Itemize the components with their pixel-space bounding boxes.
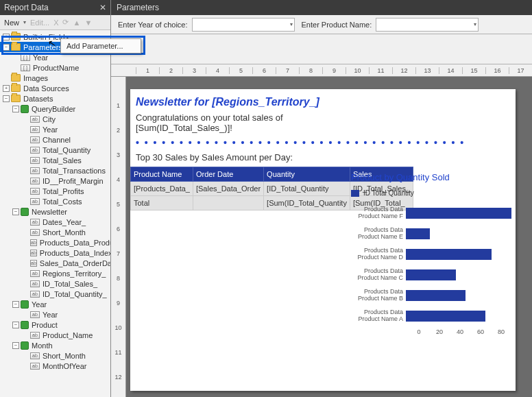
param-label-year: Enter Year of choice: bbox=[118, 21, 188, 29]
tree-datasets[interactable]: −Datasets bbox=[0, 93, 110, 104]
congrats-line2[interactable]: [Sum(ID_Total_Sales_)]! bbox=[136, 123, 510, 133]
report-table-region[interactable]: Product Name Order Date Quantity Sales [… bbox=[130, 167, 343, 335]
tree-label: ID_Total_Quantity_ bbox=[43, 290, 107, 298]
tree-label: Year bbox=[43, 311, 58, 319]
tree-field[interactable]: abID_Total_Sales_ bbox=[0, 278, 110, 289]
parameters-header: Parameters bbox=[111, 0, 532, 15]
tree-field[interactable]: abTotal_Quantity bbox=[0, 145, 110, 155]
tree-label: Products_Data_ProductName_ bbox=[40, 239, 110, 247]
cell[interactable]: [Products_Data_ bbox=[131, 182, 193, 196]
chart-bar-row: Products Data Product Name C bbox=[351, 267, 511, 283]
tree-field[interactable]: abTotal_Profits bbox=[0, 186, 110, 196]
report-chart-region[interactable]: Product by Quantity Sold ID Total Quanti… bbox=[351, 167, 518, 335]
tree-label: QueryBuilder bbox=[32, 105, 75, 113]
tree-label: Dates_Year_ bbox=[43, 218, 86, 226]
chart-bar-row: Products Data Product Name E bbox=[351, 226, 511, 242]
report-data-toolbar: New ▾ Edit... X ⟳ ▲ ▼ bbox=[0, 15, 110, 30]
tree-field[interactable]: abProducts_Data_Index_ bbox=[0, 248, 110, 258]
menu-add-parameter[interactable]: Add Parameter... bbox=[61, 39, 141, 53]
tree-label: Newsletter bbox=[32, 208, 67, 216]
tree-label: MonthOfYear bbox=[43, 362, 86, 370]
tree-label: ID_Total_Sales_ bbox=[43, 280, 97, 288]
chevron-down-icon: ▾ bbox=[474, 21, 476, 27]
cell[interactable]: [ID_Total_Quantity bbox=[264, 182, 350, 196]
parameters-title: Parameters bbox=[117, 3, 159, 12]
tree-label: Product_Name bbox=[43, 331, 93, 339]
report-data-title: Report Data bbox=[4, 3, 49, 12]
tree-label: Sales_Data_OrderDate_ bbox=[40, 259, 110, 267]
tree-label: Total_Profits bbox=[43, 187, 84, 195]
chart-bar-label: Products Data Product Name E bbox=[351, 227, 406, 241]
chart-title: Product by Quantity Sold bbox=[351, 172, 511, 182]
chart-bar-row: Products Data Product Name D bbox=[351, 246, 511, 263]
tree-field[interactable]: abDates_Year_ bbox=[0, 217, 110, 227]
tree-label: Product bbox=[32, 321, 58, 329]
tree-field[interactable]: abSales_Data_OrderDate_ bbox=[0, 258, 110, 268]
param-input-product[interactable]: ▾ bbox=[376, 18, 479, 32]
report-page[interactable]: Newsletter for [Regions_Territory_] Cong… bbox=[130, 89, 516, 391]
context-menu[interactable]: Add Parameter... bbox=[60, 38, 141, 53]
tree-dataset-month[interactable]: −Month bbox=[0, 340, 110, 350]
tree-data-sources[interactable]: +Data Sources bbox=[0, 83, 110, 93]
cell[interactable]: [Sum(ID_Total_Quantity bbox=[264, 196, 350, 210]
parameters-bar: Enter Year of choice: ▾ Enter Product Na… bbox=[111, 15, 532, 34]
tree-dataset-year[interactable]: −Year bbox=[0, 299, 110, 309]
report-title[interactable]: Newsletter for [Regions_Territory_] bbox=[130, 89, 516, 112]
report-data-tree[interactable]: +Built-in Fields −Parameters [ ]Year [ ]… bbox=[0, 30, 110, 397]
tree-field[interactable]: abYear bbox=[0, 309, 110, 320]
tree-label: Regions_Territory_ bbox=[43, 269, 106, 278]
tree-field[interactable]: abTotal_Transactions bbox=[0, 165, 110, 176]
move-up-icon[interactable]: ▲ bbox=[73, 19, 80, 27]
tree-field[interactable]: abTotal_Sales bbox=[0, 155, 110, 165]
chart-x-axis: 020406080 bbox=[351, 328, 511, 335]
tree-label: Total_Costs bbox=[43, 197, 82, 206]
cell[interactable]: Total bbox=[131, 196, 193, 210]
th-product[interactable]: Product Name bbox=[131, 167, 193, 182]
tree-label: Month bbox=[32, 341, 53, 350]
tree-param-item[interactable]: [ ]Year bbox=[0, 52, 110, 62]
chart-bar-label: Products Data Product Name B bbox=[351, 289, 406, 302]
cursor-icon: ↖ bbox=[47, 37, 58, 49]
tree-field[interactable]: abCity bbox=[0, 114, 110, 124]
cell[interactable]: [Sales_Data_Order bbox=[193, 182, 263, 196]
edit-button[interactable]: Edit... bbox=[30, 19, 49, 27]
tree-field[interactable]: abProduct_Name bbox=[0, 330, 110, 340]
chart-bar bbox=[406, 249, 492, 260]
tree-field[interactable]: abYear bbox=[0, 124, 110, 134]
tree-label: Total_Transactions bbox=[43, 167, 106, 175]
move-down-icon[interactable]: ▼ bbox=[84, 19, 92, 27]
param-input-year[interactable]: ▾ bbox=[192, 18, 295, 32]
th-quantity[interactable]: Quantity bbox=[264, 167, 350, 182]
tree-label: Year bbox=[32, 300, 47, 309]
chart-bar bbox=[406, 228, 430, 239]
top30-heading[interactable]: Top 30 Sales by Sales Amount per Day: bbox=[130, 148, 516, 167]
tree-field[interactable]: abTotal_Costs bbox=[0, 196, 110, 206]
delete-icon[interactable]: X bbox=[53, 19, 58, 27]
tree-label: ID__Profit_Margin bbox=[43, 177, 104, 185]
tree-images[interactable]: +Images bbox=[0, 73, 110, 83]
chevron-down-icon: ▾ bbox=[290, 21, 293, 27]
tree-field[interactable]: abShort_Month bbox=[0, 227, 110, 237]
tree-dataset-querybuilder[interactable]: −QueryBuilder bbox=[0, 104, 110, 114]
th-orderdate[interactable]: Order Date bbox=[193, 167, 263, 182]
tree-field[interactable]: abChannel bbox=[0, 134, 110, 145]
tree-label: City bbox=[43, 115, 56, 123]
congrats-line1[interactable]: Congratulations on your total sales of bbox=[136, 112, 510, 123]
tree-label: Year bbox=[43, 125, 58, 134]
tree-field[interactable]: abID__Profit_Margin bbox=[0, 176, 110, 186]
separator-dots: • • • • • • • • • • • • • • • • • • • • … bbox=[130, 137, 516, 148]
tree-param-item[interactable]: [ ]ProductName bbox=[0, 62, 110, 73]
tree-field[interactable]: abProducts_Data_ProductName_ bbox=[0, 237, 110, 248]
tree-field[interactable]: abShort_Month bbox=[0, 350, 110, 361]
close-icon[interactable]: ✕ bbox=[99, 3, 106, 12]
tree-field[interactable]: abID_Total_Quantity_ bbox=[0, 289, 110, 299]
design-canvas[interactable]: 123456789101112 Newsletter for [Regions_… bbox=[111, 77, 532, 397]
tree-field[interactable]: abMonthOfYear bbox=[0, 361, 110, 371]
tree-dataset-product[interactable]: −Product bbox=[0, 320, 110, 330]
new-button[interactable]: New bbox=[4, 19, 19, 27]
tree-field[interactable]: abRegions_Territory_ bbox=[0, 268, 110, 278]
refresh-icon[interactable]: ⟳ bbox=[62, 18, 69, 27]
tree-label: Data Sources bbox=[23, 84, 69, 93]
cell[interactable] bbox=[193, 196, 263, 210]
tree-dataset-newsletter[interactable]: −Newsletter bbox=[0, 206, 110, 217]
